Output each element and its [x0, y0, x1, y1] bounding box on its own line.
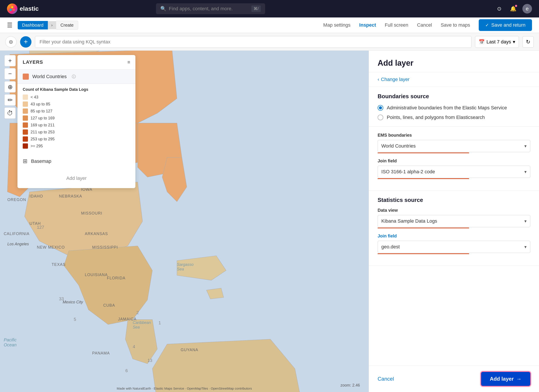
calendar-icon: 📅 — [479, 39, 485, 45]
filter-options-button[interactable]: ⊜ — [5, 36, 17, 48]
time-filter-picker[interactable]: 📅 Last 7 days ▾ — [475, 36, 519, 48]
map-attribution: Made with NaturalEarth · Elastic Maps Se… — [117, 387, 252, 390]
draw-button[interactable]: ✏ — [4, 94, 16, 106]
compass-button[interactable]: ⊕ — [4, 81, 16, 93]
layer-info-icon[interactable]: ⓘ — [72, 74, 76, 79]
legend-label-7: 253 up to 295 — [31, 137, 55, 141]
cancel-link[interactable]: Cancel — [417, 22, 432, 28]
breadcrumb: Dashboard › Create — [18, 21, 78, 30]
pacific-ocean-label: PacificOcean — [4, 337, 17, 348]
data-view-value: Kibana Sample Data Logs — [381, 218, 437, 224]
secondary-nav: ☰ Dashboard › Create Map settings Inspec… — [0, 17, 539, 33]
right-panel-header: Add layer — [369, 51, 539, 72]
zoom-in-button[interactable]: + — [4, 55, 16, 66]
data-view-chevron-icon: ▾ — [524, 219, 527, 224]
global-search-bar[interactable]: 🔍 Find apps, content, and more. ⌘/ — [156, 3, 265, 14]
legend-label-5: 169 up to 211 — [31, 123, 55, 128]
elastic-wordmark: elastic — [20, 5, 39, 12]
radio-item-elasticsearch[interactable]: Points, lines, and polygons from Elastic… — [378, 115, 530, 120]
help-icon-button[interactable]: ⊙ — [495, 4, 504, 14]
join-field-boundaries-select[interactable]: ISO 3166-1 alpha-2 code ▾ — [378, 166, 530, 178]
panel-cancel-button[interactable]: Cancel — [378, 376, 394, 382]
change-layer-link[interactable]: ‹ Change layer — [369, 72, 539, 87]
filter-add-button[interactable]: + — [20, 36, 31, 48]
legend-label-1: < 43 — [31, 95, 38, 100]
join-field-stats-chevron-icon: ▾ — [524, 244, 527, 249]
world-countries-layer-label: World Countries — [32, 74, 67, 79]
save-to-maps-link[interactable]: Save to maps — [441, 22, 470, 28]
legend-item-6: 211 up to 253 — [23, 129, 130, 135]
data-view-field: Data view Kibana Sample Data Logs ▾ — [378, 208, 530, 228]
inspect-link[interactable]: Inspect — [359, 22, 376, 28]
legend-label-6: 211 up to 253 — [31, 130, 55, 134]
data-view-label: Data view — [378, 208, 530, 213]
svg-point-0 — [11, 6, 13, 8]
join-field-boundaries-underline — [378, 178, 469, 179]
join-field-stats-select[interactable]: geo.dest ▾ — [378, 241, 530, 253]
save-return-label: Save and return — [491, 22, 525, 28]
time-filter-label: Last 7 days — [486, 39, 511, 45]
data-view-select[interactable]: Kibana Sample Data Logs ▾ — [378, 215, 530, 227]
legend-item-3: 85 up to 127 — [23, 109, 130, 114]
legend-item-4: 127 up to 169 — [23, 115, 130, 121]
add-layer-button[interactable]: Add layer → — [481, 372, 530, 386]
notifications-icon-button[interactable]: 🔔 — [508, 4, 518, 14]
elastic-logo-icon[interactable] — [7, 4, 18, 14]
join-field-stats-value: geo.dest — [381, 244, 400, 250]
radio-elastic-maps-circle — [378, 105, 383, 111]
map-area[interactable]: + − ⊕ ✏ ⏱ CANADA ALBERTA MANITOBA ONT MO… — [0, 51, 369, 392]
join-field-boundaries-group: Join field ISO 3166-1 alpha-2 code ▾ — [378, 158, 530, 179]
basemap-item[interactable]: ⊞ Basemap — [18, 154, 135, 168]
world-countries-layer-item[interactable]: World Countries ⓘ — [18, 70, 135, 84]
join-field-stats-underline — [378, 253, 469, 254]
boundaries-source-title: Boundaries source — [378, 93, 530, 100]
layers-title: LAYERS — [23, 59, 43, 65]
legend-swatch-7 — [23, 136, 28, 142]
join-field-boundaries-chevron-icon: ▾ — [524, 169, 527, 174]
sargasso-sea-label: SargassoSea — [177, 262, 193, 272]
save-and-return-button[interactable]: ✓ Save and return — [479, 19, 532, 31]
search-icon: 🔍 — [160, 6, 166, 12]
full-screen-link[interactable]: Full screen — [385, 22, 408, 28]
add-layer-placeholder[interactable]: Add layer — [18, 168, 135, 188]
time-button[interactable]: ⏱ — [4, 107, 16, 119]
statistics-source-title: Statistics source — [378, 197, 530, 203]
nav-actions: Map settings Inspect Full screen Cancel … — [323, 19, 532, 31]
user-avatar-button[interactable]: e — [522, 4, 532, 14]
change-layer-label: Change layer — [381, 76, 409, 82]
map-settings-link[interactable]: Map settings — [323, 22, 351, 28]
ems-boundaries-label: EMS boundaries — [378, 133, 530, 138]
legend: Count of Kibana Sample Data Logs < 43 43… — [18, 84, 135, 154]
layer-color-swatch — [23, 74, 29, 80]
breadcrumb-create[interactable]: Create — [56, 21, 78, 30]
ems-boundaries-underline — [378, 153, 469, 153]
legend-label-4: 127 up to 169 — [31, 116, 55, 120]
legend-swatch-4 — [23, 115, 28, 121]
basemap-label: Basemap — [31, 158, 51, 164]
chevron-left-icon: ‹ — [378, 76, 379, 82]
basemap-grid-icon: ⊞ — [23, 158, 28, 165]
hamburger-menu-icon[interactable]: ☰ — [7, 22, 12, 29]
add-layer-title: Add layer — [378, 58, 530, 68]
right-panel: Add layer ‹ Change layer Boundaries sour… — [369, 51, 539, 392]
ems-boundaries-select[interactable]: World Countries ▾ — [378, 140, 530, 152]
legend-swatch-6 — [23, 129, 28, 135]
radio-elasticsearch-circle — [378, 115, 383, 120]
zoom-level-label: zoom: 2.46 — [341, 383, 360, 388]
notification-dot — [515, 5, 517, 7]
add-layer-button-label: Add layer — [490, 376, 514, 382]
breadcrumb-dashboard[interactable]: Dashboard — [18, 21, 48, 29]
refresh-button[interactable]: ↻ — [522, 36, 534, 48]
legend-swatch-3 — [23, 109, 28, 114]
legend-swatch-8 — [23, 143, 28, 149]
ems-boundaries-section: EMS boundaries World Countries ▾ Join fi… — [369, 127, 539, 191]
main-content: + − ⊕ ✏ ⏱ CANADA ALBERTA MANITOBA ONT MO… — [0, 51, 539, 392]
zoom-out-button[interactable]: − — [4, 68, 16, 79]
legend-swatch-1 — [23, 95, 28, 100]
kql-filter-input[interactable] — [35, 36, 472, 48]
statistics-source-section: Statistics source Data view Kibana Sampl… — [369, 191, 539, 266]
layers-menu-icon[interactable]: ≡ — [127, 59, 130, 65]
time-filter-chevron: ▾ — [513, 39, 515, 45]
radio-item-elastic-maps[interactable]: Administrative boundaries from the Elast… — [378, 105, 530, 111]
legend-swatch-2 — [23, 101, 28, 107]
